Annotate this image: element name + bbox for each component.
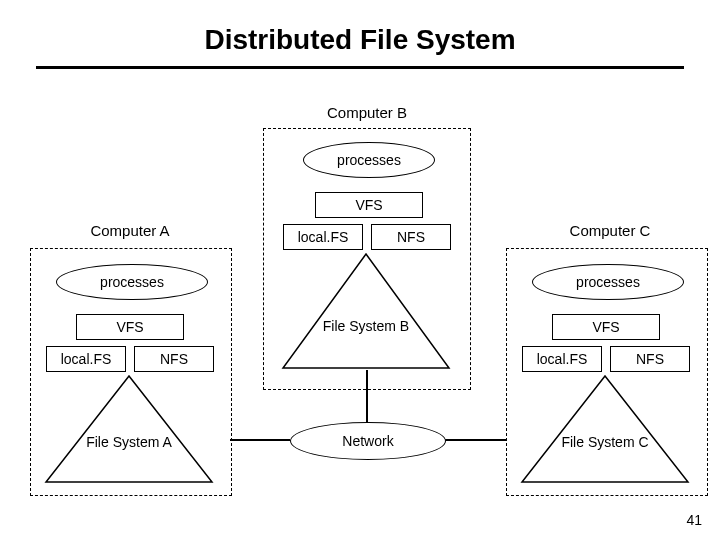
label-computer-a: Computer A bbox=[60, 222, 200, 239]
fs-c-text: File System C bbox=[520, 434, 690, 450]
box-localfs-c: local.FS bbox=[522, 346, 602, 372]
box-nfs-a: NFS bbox=[134, 346, 214, 372]
localfs-c-text: local.FS bbox=[537, 351, 588, 367]
label-computer-c: Computer C bbox=[540, 222, 680, 239]
page-number: 41 bbox=[686, 512, 702, 528]
fs-b-text: File System B bbox=[281, 318, 451, 334]
processes-a-text: processes bbox=[100, 274, 164, 290]
localfs-a-text: local.FS bbox=[61, 351, 112, 367]
nfs-c-text: NFS bbox=[636, 351, 664, 367]
vfs-a-text: VFS bbox=[116, 319, 143, 335]
connector-b-network bbox=[366, 370, 368, 422]
ellipse-network: Network bbox=[290, 422, 446, 460]
box-localfs-a: local.FS bbox=[46, 346, 126, 372]
label-computer-b: Computer B bbox=[297, 104, 437, 121]
connector-a-network bbox=[230, 439, 290, 441]
nfs-a-text: NFS bbox=[160, 351, 188, 367]
vfs-b-text: VFS bbox=[355, 197, 382, 213]
box-localfs-b: local.FS bbox=[283, 224, 363, 250]
svg-marker-0 bbox=[283, 254, 449, 368]
nfs-b-text: NFS bbox=[397, 229, 425, 245]
ellipse-processes-b: processes bbox=[303, 142, 435, 178]
processes-c-text: processes bbox=[576, 274, 640, 290]
triangle-fs-a: File System A bbox=[44, 374, 214, 484]
box-nfs-c: NFS bbox=[610, 346, 690, 372]
box-vfs-b: VFS bbox=[315, 192, 423, 218]
title-rule bbox=[36, 66, 684, 69]
fs-a-text: File System A bbox=[44, 434, 214, 450]
connector-c-network bbox=[444, 439, 506, 441]
box-vfs-a: VFS bbox=[76, 314, 184, 340]
page-title: Distributed File System bbox=[0, 24, 720, 56]
ellipse-processes-a: processes bbox=[56, 264, 208, 300]
svg-marker-2 bbox=[522, 376, 688, 482]
network-text: Network bbox=[342, 433, 393, 449]
vfs-c-text: VFS bbox=[592, 319, 619, 335]
triangle-fs-c: File System C bbox=[520, 374, 690, 484]
box-vfs-c: VFS bbox=[552, 314, 660, 340]
svg-marker-1 bbox=[46, 376, 212, 482]
triangle-fs-b: File System B bbox=[281, 252, 451, 370]
box-nfs-b: NFS bbox=[371, 224, 451, 250]
localfs-b-text: local.FS bbox=[298, 229, 349, 245]
ellipse-processes-c: processes bbox=[532, 264, 684, 300]
slide: Distributed File System Computer B proce… bbox=[0, 0, 720, 540]
processes-b-text: processes bbox=[337, 152, 401, 168]
